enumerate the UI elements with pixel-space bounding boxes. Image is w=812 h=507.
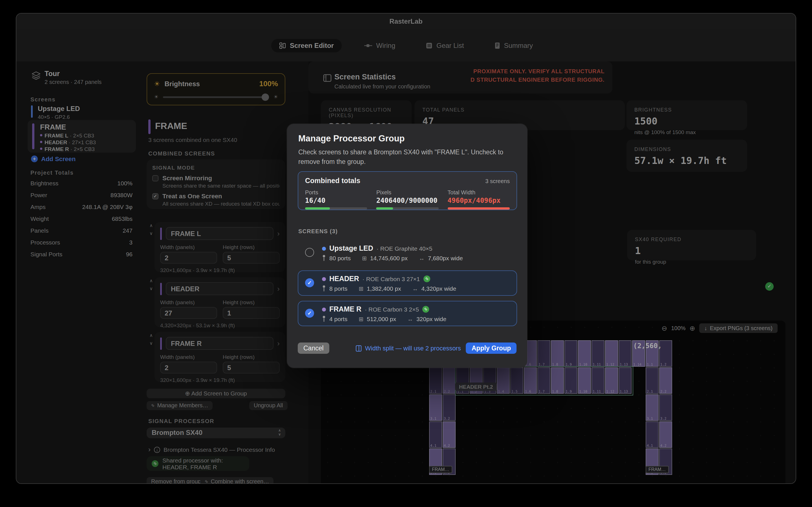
screen-count-badge: 3 screens xyxy=(485,178,510,184)
modal-description: Check screens to share a Brompton SX40 w… xyxy=(298,148,517,167)
width-arrow-icon: ↔ xyxy=(412,285,418,291)
metric-ports: Ports 16/40 xyxy=(305,189,367,210)
screen-row-upstage-led[interactable]: Upstage LED · ROE Graphite 40×5 80 ports… xyxy=(298,240,517,265)
screens-list-label: SCREENS (3) xyxy=(298,228,338,234)
pixel-grid-icon: ⊞ xyxy=(359,316,363,322)
manage-processor-group-modal: Manage Processor Group Check screens to … xyxy=(287,124,527,368)
screen-color-dot xyxy=(322,307,326,311)
app-window: RasterLab Screen Editor Wiring Gear List… xyxy=(16,13,796,484)
pixel-grid-icon: ⊞ xyxy=(359,285,363,291)
metric-pixels: Pixels 2406400/9000000 xyxy=(376,189,439,210)
screen-color-dot xyxy=(322,246,326,250)
checkbox-checked-icon[interactable]: ✓ xyxy=(305,278,314,287)
width-arrow-icon: ↔ xyxy=(419,255,424,261)
screen-row-frame-r[interactable]: ✓ FRAME R · ROE Carbon 3 2×5 ∞ 4 ports ⊞… xyxy=(298,301,517,326)
checkbox-checked-icon[interactable]: ✓ xyxy=(305,309,314,318)
screen-row-header[interactable]: ✓ HEADER · ROE Carbon 3 27×1 ∞ 8 ports ⊞… xyxy=(298,270,517,296)
width-arrow-icon: ↔ xyxy=(407,316,413,322)
modal-title: Manage Processor Group xyxy=(298,133,405,144)
metric-total-width: Total Width 4960px/4096px xyxy=(448,189,510,210)
checkbox-unchecked-icon[interactable] xyxy=(305,248,314,257)
cancel-button[interactable]: Cancel xyxy=(298,342,329,354)
port-icon xyxy=(322,255,326,262)
linked-icon: ∞ xyxy=(423,276,430,282)
split-icon xyxy=(356,345,362,351)
screen-color-dot xyxy=(322,277,326,281)
combined-totals-box: Combined totals 3 screens Ports 16/40 Pi… xyxy=(298,171,517,210)
pixel-grid-icon: ⊞ xyxy=(362,255,367,261)
combined-totals-title: Combined totals xyxy=(305,177,360,185)
apply-group-button[interactable]: Apply Group xyxy=(466,342,516,354)
width-split-note: Width split — will use 2 processors xyxy=(356,345,461,351)
port-icon xyxy=(322,316,326,322)
linked-icon: ∞ xyxy=(422,306,429,313)
screen-root: RasterLab Screen Editor Wiring Gear List… xyxy=(0,0,812,507)
port-icon xyxy=(322,285,326,292)
